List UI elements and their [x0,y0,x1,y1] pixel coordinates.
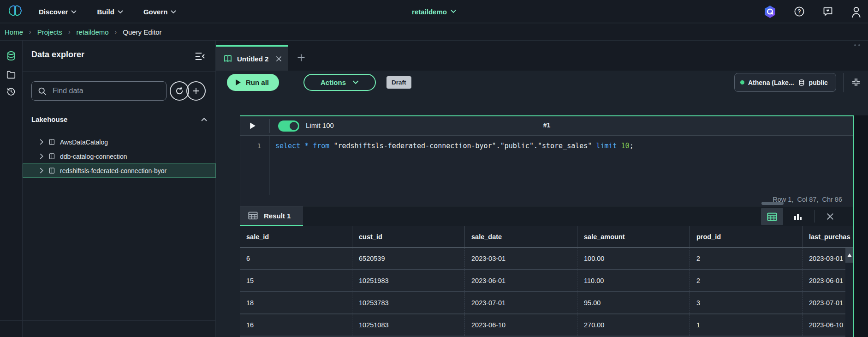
table-cell: 2023-06-01 [465,270,577,291]
left-icon-strip [0,41,23,337]
table-icon [248,211,258,220]
top-icon-group: ? [764,0,862,23]
table-cell: 100.00 [577,248,690,269]
sql-token: ; [630,142,634,150]
chevron-down-icon [171,10,176,14]
table-cell: 2 [690,270,803,291]
sql-token [300,142,304,150]
run-all-button[interactable]: Run all [227,74,279,91]
chart-view-button[interactable] [788,208,808,225]
result-tab[interactable]: Result 1 [240,206,303,226]
collapse-panel-icon[interactable] [194,51,206,63]
table-row[interactable]: 16102510832023-06-10270.0012023-06-10 [240,314,854,337]
tab-label: Untitled 2 [237,55,268,63]
chevron-down-icon [352,80,359,84]
divider [814,210,815,223]
lakehouse-label: Lakehouse [31,115,67,123]
history-icon[interactable] [6,86,16,96]
column-header-sale_amount[interactable]: sale_amount [577,226,690,247]
breadcrumb-item[interactable]: Projects [37,28,62,36]
column-header-sale_date[interactable]: sale_date [465,226,577,247]
column-header-prod_id[interactable]: prod_id [690,226,803,247]
divider [0,320,216,321]
tab-untitled-2[interactable]: Untitled 2 [216,45,288,71]
table-cell: 2023-03-01 [465,248,577,269]
results-table: sale_idcust_idsale_datesale_amountprod_i… [240,226,854,337]
run-all-label: Run all [246,78,269,86]
table-cell: 16 [240,314,352,336]
compress-panel-icon[interactable] [849,75,863,89]
cell-header: Limit 100 #1 [240,116,853,136]
data-explorer-panel: Data explorer Lakehouse AwsDataCatalogdd… [23,41,216,337]
tree-item-redshiftsls-federated-connection-byor[interactable]: redshiftsls-federated-connection-byor [23,163,216,178]
sql-editor[interactable]: 1 select * from "redshiftsls-federated-c… [240,136,853,195]
column-header-sale_id[interactable]: sale_id [240,226,352,247]
table-view-button[interactable] [761,208,783,225]
tree-item-AwsDataCatalog[interactable]: AwsDataCatalog [23,135,216,149]
q-assistant-icon[interactable] [764,5,776,18]
results-toolbar: Result 1 [240,206,854,226]
feedback-icon[interactable] [822,6,833,17]
sql-token: "redshiftsls-federated-connection-byor".… [333,142,592,150]
new-tab-button[interactable] [294,51,308,65]
breadcrumb-item[interactable]: retaildemo [77,28,109,36]
line-number: 1 [257,142,261,150]
nav-menu-build[interactable]: Build [97,8,123,16]
chevron-right-icon [40,153,44,159]
chevron-down-icon [71,10,77,14]
connection-dropdown[interactable]: Athena (Lake... public [734,73,836,92]
panel-title: Data explorer [31,50,84,60]
catalog-icon [48,167,55,174]
profile-icon[interactable] [851,6,862,18]
actions-button[interactable]: Actions [303,74,376,91]
project-dropdown[interactable]: retaildemo [412,0,456,23]
sql-token [617,142,621,150]
divider [843,73,844,92]
notebook-icon [223,54,232,63]
table-body: 665205392023-03-01100.0022023-03-0115102… [240,248,854,337]
table-cell: 18 [240,292,352,313]
nav-menu-label: Discover [39,8,68,16]
catalog-icon [48,153,55,160]
table-row[interactable]: 15102519832023-06-01110.0022023-06-01 [240,270,854,292]
column-header-last_purchas[interactable]: last_purchas [803,226,854,247]
table-row[interactable]: 665205392023-03-01100.0022023-03-01 [240,248,854,270]
nav-menu-govern[interactable]: Govern [143,8,177,16]
table-cell: 2023-06-10 [465,314,577,336]
data-explorer-icon[interactable] [6,50,17,61]
chevron-down-icon [118,10,123,14]
sql-token: * [304,142,309,150]
editor-horizontal-scrollbar[interactable] [761,202,784,205]
cell-number: #1 [240,121,853,129]
table-cell: 6 [240,248,352,269]
lakehouse-section-header[interactable]: Lakehouse [31,115,207,123]
tree-item-label: ddb-catalog-connection [60,153,127,160]
search-input[interactable] [53,87,161,95]
breadcrumb-item[interactable]: Home [5,28,23,36]
divider [294,73,294,91]
table-cell: 1 [690,314,803,336]
editor-scrollbar-gutter [836,136,836,195]
files-icon[interactable] [6,70,16,80]
overflow-dots-icon [854,44,860,46]
close-results-icon[interactable] [822,208,838,225]
draft-label: Draft [392,79,406,86]
draft-status-badge: Draft [386,76,411,89]
query-cell: Limit 100 #1 1 select * from "redshiftsl… [240,115,854,206]
app-logo-icon[interactable] [7,4,23,19]
nav-menu-discover[interactable]: Discover [39,8,77,16]
table-cell: 10251083 [352,314,465,336]
tree-item-ddb-catalog-connection[interactable]: ddb-catalog-connection [23,149,216,163]
catalog-tree: AwsDataCatalogddb-catalog-connectionreds… [23,135,216,178]
add-data-button[interactable] [186,81,206,101]
table-cell: 10251983 [352,270,465,291]
sql-token: limit [596,142,617,150]
column-header-cust_id[interactable]: cust_id [352,226,465,247]
help-icon[interactable]: ? [794,6,805,17]
close-tab-icon[interactable] [276,56,282,62]
table-row[interactable]: 18102537832023-07-0195.0032023-07-01 [240,292,854,314]
chevron-down-icon [451,10,456,13]
table-cell: 270.00 [577,314,690,336]
table-cell: 110.00 [577,270,690,291]
top-nav-bar: DiscoverBuildGovern retaildemo ? [0,0,868,23]
